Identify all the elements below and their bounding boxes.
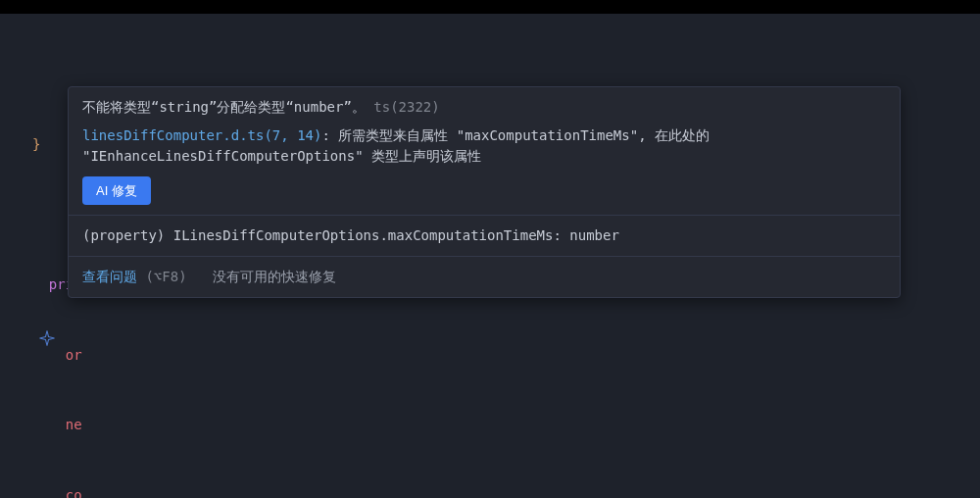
peek-shortcut: (⌥F8) — [145, 269, 186, 284]
code-line[interactable]: or — [32, 344, 980, 368]
source-location-link[interactable]: linesDiffComputer.d.ts(7, 14) — [82, 127, 321, 143]
peek-label: 查看问题 — [82, 269, 137, 284]
error-message: 不能将类型“string”分配给类型“number”。 — [82, 99, 366, 115]
param-fragment: co — [66, 487, 82, 498]
titlebar — [0, 0, 980, 14]
brace: } — [32, 136, 40, 152]
code-editor[interactable]: } private computeDiff( or ne co ): I co … — [0, 14, 980, 498]
error-hover-tooltip[interactable]: 不能将类型“string”分配给类型“number”。 ts(2322) lin… — [68, 86, 901, 298]
peek-problem-link[interactable]: 查看问题 (⌥F8) — [82, 269, 187, 284]
hover-signature-section: (property) ILinesDiffComputerOptions.max… — [69, 215, 900, 256]
no-quick-fix-text: 没有可用的快速修复 — [213, 269, 336, 284]
param-fragment: ne — [66, 417, 82, 432]
hover-actions-section: 查看问题 (⌥F8) 没有可用的快速修复 — [69, 256, 900, 297]
source-text: "IEnhanceLinesDiffComputerOptions" 类型上声明… — [82, 148, 481, 164]
code-line[interactable]: co — [32, 484, 980, 498]
source-text: : 所需类型来自属性 "maxComputationTimeMs", 在此处的 — [321, 127, 710, 143]
hover-error-section: 不能将类型“string”分配给类型“number”。 ts(2322) lin… — [69, 87, 900, 215]
type-signature: (property) ILinesDiffComputerOptions.max… — [82, 227, 619, 243]
sparkle-icon[interactable] — [5, 306, 23, 324]
code-line[interactable]: ne — [32, 414, 980, 437]
param-fragment: or — [66, 347, 82, 363]
ai-fix-button[interactable]: AI 修复 — [82, 176, 151, 205]
error-code: ts(2322) — [373, 99, 439, 115]
